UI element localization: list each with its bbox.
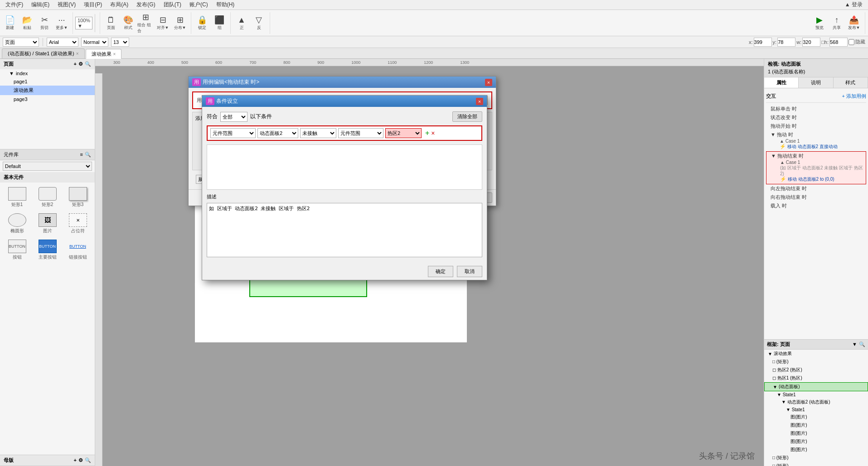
h-input[interactable] bbox=[829, 38, 848, 47]
page-settings-icon[interactable]: ⚙ bbox=[78, 61, 83, 67]
more-btn[interactable]: ··· 更多▼ bbox=[53, 12, 70, 34]
align-btn[interactable]: ⊟ 对齐▼ bbox=[155, 12, 171, 34]
search-page-icon[interactable]: 🔍 bbox=[85, 61, 91, 67]
condition-cancel-btn[interactable]: 取消 bbox=[457, 266, 482, 277]
comp-link-button[interactable]: BUTTON 链接按钮 bbox=[63, 238, 92, 262]
frame-img5[interactable]: 图(图片) bbox=[764, 446, 868, 454]
share-btn[interactable]: ↑ 共享 bbox=[829, 12, 845, 34]
frame-img3[interactable]: 图(图片) bbox=[764, 429, 868, 437]
lock-btn[interactable]: 🔒 锁定 bbox=[194, 12, 210, 34]
preview-btn[interactable]: ▶ 预览 bbox=[811, 12, 828, 34]
back-btn[interactable]: ▽ 反 bbox=[251, 12, 267, 34]
distribute-btn[interactable]: ⊞ 分布▼ bbox=[172, 12, 188, 34]
frame-img2[interactable]: 图(图片) bbox=[764, 421, 868, 429]
add-condition-row-btn[interactable]: + bbox=[425, 129, 429, 137]
publish-btn[interactable]: 📤 发布▼ bbox=[846, 12, 862, 34]
master-settings-icon[interactable]: ⚙ bbox=[78, 457, 83, 463]
comp-rect3[interactable]: 矩形3 bbox=[63, 185, 92, 210]
menu-publish[interactable]: 发布(G) bbox=[133, 0, 159, 10]
event-load[interactable]: 载入 时 bbox=[766, 202, 866, 210]
tab-state1[interactable]: (动态面板) / State1 (滚动效果) × bbox=[2, 48, 85, 58]
event-drag[interactable]: ▼ 拖动 时 ▲ Case 1 ⚡ 移动 动态面板2 直接动动 bbox=[766, 130, 866, 151]
login-btn[interactable]: ▲ 登录 bbox=[841, 0, 866, 10]
condition-ok-btn[interactable]: 确定 bbox=[428, 266, 453, 277]
event-click[interactable]: 鼠标单击 时 bbox=[766, 105, 866, 113]
remove-condition-row-btn[interactable]: × bbox=[431, 130, 435, 137]
cut-btn[interactable]: ✂ 剪切 bbox=[36, 12, 53, 34]
comp-primary-button[interactable]: BUTTON 主要按钮 bbox=[33, 238, 62, 262]
frame-hotspot1[interactable]: ◻ 热区1 (热区) bbox=[764, 374, 868, 382]
cond-col3[interactable]: 未接触 bbox=[300, 128, 336, 138]
clear-all-btn[interactable]: 清除全部 bbox=[452, 111, 482, 122]
hidden-checkbox[interactable] bbox=[849, 38, 854, 47]
tree-page1[interactable]: page1 bbox=[0, 77, 95, 86]
style-select[interactable]: Normal bbox=[81, 38, 108, 47]
menu-help[interactable]: 帮助(H) bbox=[213, 0, 238, 10]
frame-rect3[interactable]: □ (矩形) bbox=[764, 462, 868, 466]
case-drag-end-1[interactable]: ▲ Case 1 (如 区域于 动态面板2 未接触 区域于 热区2) ⚡ 移动 … bbox=[771, 159, 866, 183]
tree-index[interactable]: ▼ index bbox=[0, 69, 95, 77]
tab-scroll[interactable]: 滚动效果 × bbox=[86, 49, 122, 59]
cond-col1[interactable]: 元件范围 bbox=[210, 128, 256, 138]
tab-close-1[interactable]: × bbox=[113, 52, 116, 57]
cond-col4[interactable]: 元件范围 bbox=[338, 128, 383, 138]
w-input[interactable] bbox=[802, 38, 820, 47]
search-master-icon[interactable]: 🔍 bbox=[85, 457, 91, 463]
condition-close-btn[interactable]: × bbox=[476, 98, 483, 105]
frame-hotspot2[interactable]: ◻ 热区2 (热区) bbox=[764, 366, 868, 374]
cond-col2[interactable]: 动态面板2 bbox=[257, 128, 298, 138]
lib-selector[interactable]: Default bbox=[3, 162, 92, 171]
event-drag-end[interactable]: ▼ 拖动结束 时 ▲ Case 1 (如 区域于 动态面板2 未接触 区域于 热… bbox=[766, 151, 866, 184]
open-btn[interactable]: 📂 粘贴 bbox=[19, 12, 35, 34]
font-select[interactable]: Arial bbox=[47, 38, 78, 47]
comp-image[interactable]: 🖼 图片 bbox=[33, 211, 62, 236]
event-drag-start[interactable]: 拖动开始 时 bbox=[766, 122, 866, 130]
menu-project[interactable]: 项目(P) bbox=[80, 0, 106, 10]
match-select[interactable]: 全部 bbox=[220, 112, 247, 122]
frame-dynamic-panel2[interactable]: ▼ 动态面板2 (动态面板) bbox=[764, 398, 868, 406]
menu-team[interactable]: 团队(T) bbox=[160, 0, 185, 10]
tree-page3[interactable]: page3 bbox=[0, 95, 95, 103]
frame-state1-inner[interactable]: ▼ State1 bbox=[764, 406, 868, 413]
frame-img1[interactable]: 图(图片) bbox=[764, 413, 868, 421]
lib-menu-icon[interactable]: ≡ bbox=[80, 152, 83, 158]
comp-placeholder[interactable]: ✕ 占位符 bbox=[63, 211, 92, 236]
comp-circle[interactable]: 椭圆形 bbox=[3, 211, 31, 236]
comp-rect2[interactable]: 矩形2 bbox=[33, 185, 62, 210]
combine-btn[interactable]: ⊞ 组合 组合 bbox=[137, 12, 154, 34]
tab-close-0[interactable]: × bbox=[76, 51, 79, 56]
front-btn[interactable]: ▲ 正 bbox=[233, 12, 250, 34]
tab-properties[interactable]: 属性 bbox=[764, 77, 799, 88]
page-select[interactable]: 页面 bbox=[3, 38, 39, 47]
frame-rect[interactable]: □ (矩形) bbox=[764, 358, 868, 366]
menu-edit[interactable]: 编辑(E) bbox=[28, 0, 53, 10]
event-drag-left[interactable]: 向左拖动结束 时 bbox=[766, 184, 866, 193]
menu-file[interactable]: 文件(F) bbox=[2, 0, 27, 10]
x-input[interactable] bbox=[754, 38, 772, 47]
comp-button[interactable]: BUTTON 按钮 bbox=[3, 238, 31, 262]
y-input[interactable] bbox=[777, 38, 795, 47]
frame-search-icon[interactable]: 🔍 bbox=[859, 341, 865, 347]
event-change[interactable]: 状态改变 时 bbox=[766, 113, 866, 122]
menu-account[interactable]: 账户(C) bbox=[186, 0, 212, 10]
tree-scroll[interactable]: 滚动效果 bbox=[0, 86, 95, 95]
tab-description[interactable]: 说明 bbox=[799, 77, 833, 88]
frame-state1[interactable]: ▼ State1 bbox=[764, 391, 868, 398]
new-btn[interactable]: 📄 新建 bbox=[2, 12, 18, 34]
event-drag-right[interactable]: 向右拖动结束 时 bbox=[766, 193, 866, 202]
description-textarea[interactable]: 如 区域于 动态面板2 未接触 区域于 热区2 bbox=[207, 203, 482, 257]
frame-img4[interactable]: 图(图片) bbox=[764, 437, 868, 446]
zoom-input[interactable]: 100% ▼ bbox=[76, 12, 92, 34]
use-case-close-btn[interactable]: × bbox=[485, 79, 492, 86]
comp-rect1[interactable]: 矩形1 bbox=[3, 185, 31, 210]
style-btn[interactable]: 🎨 样式 bbox=[120, 12, 136, 34]
cond-col5[interactable]: 热区2 bbox=[385, 128, 422, 138]
lib-search-icon[interactable]: 🔍 bbox=[85, 152, 91, 158]
page-btn[interactable]: 🗒 页面 bbox=[103, 12, 119, 34]
frame-dynamic-panel[interactable]: ▼ (动态面板) bbox=[764, 382, 868, 391]
add-case-btn[interactable]: + 添加用例 bbox=[842, 93, 866, 100]
case-drag-1[interactable]: ▲ Case 1 ⚡ 移动 动态面板2 直接动动 bbox=[771, 138, 866, 150]
add-page-icon[interactable]: + bbox=[74, 61, 77, 67]
group-btn[interactable]: ⬛ 组 bbox=[211, 12, 228, 34]
add-master-icon[interactable]: + bbox=[74, 457, 77, 463]
